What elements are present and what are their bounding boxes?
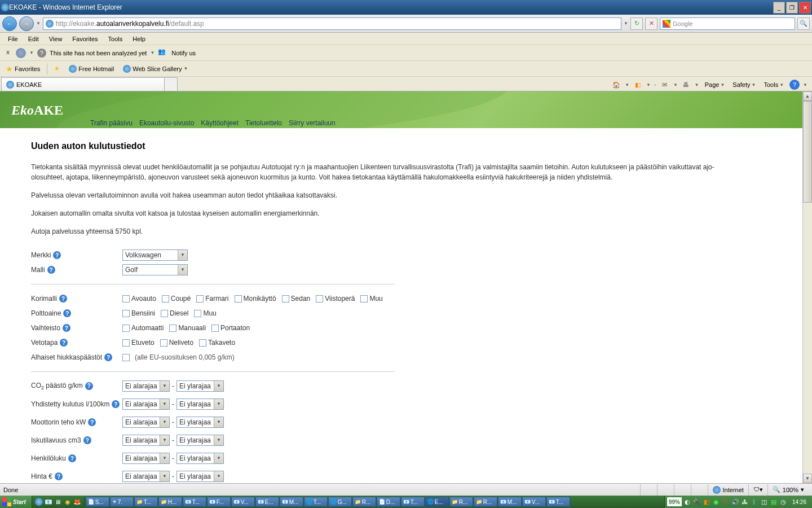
help-icon[interactable]: ?	[789, 80, 800, 90]
select-range-1-lo[interactable]: Ei alarajaa	[122, 398, 170, 410]
select-range-4-lo[interactable]: Ei alarajaa	[122, 453, 170, 464]
task-button-8[interactable]: 📧M...	[280, 497, 303, 507]
help-range-0-icon[interactable]: ?	[85, 382, 93, 390]
refresh-button[interactable]: ↻	[630, 17, 643, 30]
help-malli-icon[interactable]: ?	[47, 266, 55, 274]
help-hiukkas-icon[interactable]: ?	[104, 353, 112, 361]
feeds-icon[interactable]: ◧	[633, 80, 643, 90]
status-zone[interactable]: Internet	[708, 484, 748, 496]
task-button-5[interactable]: 📧F...	[207, 497, 231, 507]
checkbox-korimalli-3[interactable]	[235, 295, 242, 303]
task-button-17[interactable]: 📧M...	[498, 497, 522, 507]
search-button[interactable]: 🔍	[797, 17, 810, 30]
addon-dropdown-icon[interactable]: ▼	[150, 50, 155, 55]
task-button-15[interactable]: 📁R...	[449, 497, 473, 507]
help-merkki-icon[interactable]: ?	[53, 251, 61, 259]
checkbox-vetotapa-0[interactable]	[122, 339, 130, 347]
checkbox-vaihteisto-1[interactable]	[169, 325, 176, 332]
print-dd[interactable]: ▼	[695, 82, 699, 87]
tray-icon-1[interactable]: ◐	[683, 498, 691, 506]
help-range-3-icon[interactable]: ?	[83, 436, 91, 444]
ql-ie-icon[interactable]	[34, 497, 43, 506]
mail-dd[interactable]: ▼	[673, 82, 678, 87]
history-dropdown-icon[interactable]: ▼	[36, 21, 41, 26]
home-icon[interactable]: 🏠	[611, 80, 621, 90]
checkbox-korimalli-2[interactable]	[196, 295, 204, 303]
tray-bt-icon[interactable]: ᛒ	[751, 498, 758, 506]
favorites-button[interactable]: ★Favorites	[3, 63, 42, 75]
back-button[interactable]: ←	[2, 16, 17, 31]
select-malli[interactable]: Golf	[122, 264, 188, 275]
new-tab-button[interactable]	[164, 77, 178, 91]
help-range-1-icon[interactable]: ?	[112, 400, 120, 408]
checkbox-vetotapa-2[interactable]	[199, 339, 206, 347]
task-button-14[interactable]: 🌐E...	[425, 497, 449, 507]
task-button-2[interactable]: 📁T...	[134, 497, 158, 507]
tray-icon-11[interactable]: ◷	[779, 498, 787, 506]
task-button-4[interactable]: 📧T...	[183, 497, 206, 507]
tray-clock[interactable]: 14:26	[789, 499, 810, 505]
checkbox-korimalli-5[interactable]	[316, 295, 323, 303]
ql-app-icon[interactable]: ◉	[63, 497, 72, 506]
tray-volume-icon[interactable]: 🔊	[731, 498, 739, 506]
ql-outlook-icon[interactable]: 📧	[44, 497, 53, 506]
checkbox-polttoaine-0[interactable]	[122, 310, 130, 317]
checkbox-korimalli-0[interactable]	[122, 295, 130, 303]
help-range-5-icon[interactable]: ?	[55, 472, 63, 480]
search-box[interactable]: Google	[660, 17, 795, 30]
wot-dropdown-icon[interactable]: ▼	[29, 50, 34, 55]
nav-ekoautoilu[interactable]: Ekoautoilu-sivusto	[139, 119, 194, 127]
wot-icon[interactable]	[16, 48, 26, 58]
hotmail-link[interactable]: Free Hotmail	[67, 64, 116, 74]
checkbox-polttoaine-1[interactable]	[161, 310, 168, 317]
feeds-dd[interactable]: ▼	[646, 82, 651, 87]
task-button-10[interactable]: 🌐G...	[328, 497, 352, 507]
address-bar[interactable]: http://ekoake.autoalanverkkopalvelu.fi/d…	[43, 17, 621, 30]
select-range-1-hi[interactable]: Ei ylarajaa	[176, 398, 224, 410]
mail-icon[interactable]: ✉	[660, 80, 670, 90]
help-korimalli-icon[interactable]: ?	[59, 295, 67, 303]
tray-icon-3[interactable]: ◧	[703, 498, 710, 506]
maximize-button[interactable]: ❐	[786, 2, 798, 14]
zoom-control[interactable]: 🔍 100% ▾	[767, 484, 809, 496]
ql-desktop-icon[interactable]: 🖥	[54, 497, 63, 506]
menu-edit[interactable]: Edit	[24, 34, 43, 43]
select-range-0-hi[interactable]: Ei ylarajaa	[176, 380, 224, 392]
select-range-3-hi[interactable]: Ei ylarajaa	[176, 435, 224, 446]
menu-file[interactable]: File	[3, 34, 23, 43]
minimize-button[interactable]: _	[773, 2, 785, 14]
task-button-12[interactable]: 📄D...	[377, 497, 400, 507]
checkbox-korimalli-4[interactable]	[282, 295, 289, 303]
checkbox-polttoaine-2[interactable]	[194, 310, 201, 317]
safety-menu[interactable]: Safety▼	[730, 80, 758, 89]
checkbox-korimalli-6[interactable]	[360, 295, 368, 303]
home-dd[interactable]: ▼	[625, 82, 629, 87]
select-range-5-hi[interactable]: Ei ylarajaa	[176, 471, 224, 482]
tray-icon-4[interactable]: ◉	[712, 498, 720, 506]
nav-trafi[interactable]: Trafin pääsivu	[90, 119, 133, 127]
task-button-18[interactable]: 📧V...	[522, 497, 546, 507]
nav-tietoluettelo[interactable]: Tietoluettelo	[245, 119, 282, 127]
task-button-3[interactable]: 📁H...	[158, 497, 182, 507]
vertical-scrollbar[interactable]: ▲ ▼	[802, 91, 812, 483]
url-dropdown-icon[interactable]: ▼	[624, 21, 628, 26]
notify-link[interactable]: Notify us	[171, 50, 196, 56]
select-range-4-hi[interactable]: Ei ylarajaa	[176, 453, 224, 464]
addon-close-icon[interactable]: x	[3, 49, 12, 58]
cpu-meter[interactable]: 99%	[667, 497, 682, 506]
select-range-2-hi[interactable]: Ei ylarajaa	[176, 417, 224, 428]
select-range-2-lo[interactable]: Ei alarajaa	[122, 417, 170, 428]
tab-ekoake[interactable]: EKOAKE	[1, 77, 165, 91]
page-menu[interactable]: Page▼	[703, 80, 727, 89]
task-button-0[interactable]: 📄S...	[86, 497, 109, 507]
checkbox-vaihteisto-0[interactable]	[122, 325, 130, 332]
task-button-6[interactable]: 📧V...	[231, 497, 255, 507]
checkbox-hiukkas[interactable]	[122, 354, 130, 361]
task-button-1[interactable]: ☀7.	[110, 497, 134, 507]
help-vetotapa-icon[interactable]: ?	[60, 339, 68, 347]
stop-button[interactable]: ✕	[645, 17, 657, 30]
nav-vertailu[interactable]: Siirry vertailuun	[289, 119, 336, 127]
tray-shield-icon[interactable]: 🛡	[722, 498, 730, 506]
select-range-3-lo[interactable]: Ei alarajaa	[122, 435, 170, 446]
print-icon[interactable]: 🖶	[681, 80, 691, 90]
